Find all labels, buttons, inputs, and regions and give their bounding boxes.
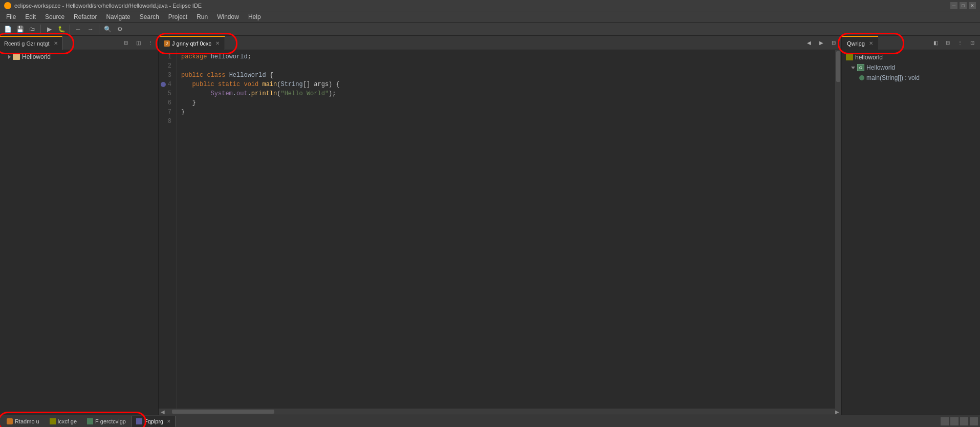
right-panel: Qwrlpg ✕ ◧ ⊟ ⋮ ⊡ helloworld C Helloworld	[842, 36, 980, 415]
toolbar-forward[interactable]: →	[85, 24, 96, 35]
outline-icon-2[interactable]: ⊟	[942, 37, 953, 49]
status-icon-4	[970, 417, 978, 425]
left-panel: Rcenti g Gzr nqtgt ✕ ⊟ ◫ ⋮ Helloworld	[0, 36, 159, 415]
editor-icon-menu[interactable]: ⊟	[828, 37, 839, 49]
outline-tab[interactable]: Qwrlpg ✕	[842, 36, 878, 50]
toolbar-new[interactable]: 📄	[2, 24, 13, 35]
code-line-3: public class Helloworld {	[181, 71, 831, 80]
bottom-tab-3[interactable]: F gerctcvlgp	[82, 416, 130, 427]
line-num-3: 3	[159, 71, 175, 80]
maximize-button[interactable]: □	[960, 2, 967, 9]
editor-tab-close[interactable]: ✕	[215, 40, 220, 46]
tree-expand-icon	[8, 55, 11, 59]
menu-file[interactable]: File	[2, 12, 20, 22]
close-button[interactable]: ✕	[969, 2, 976, 9]
editor-tab-bar: J J gnny qtrf 0cxc ✕ ◀ ▶ ⊟	[159, 36, 841, 50]
bottom-bar: Rtadmo u lcxcf ge F gerctcvlgp Fqplprg ✕	[0, 415, 980, 427]
code-line-8	[181, 117, 831, 126]
code-content[interactable]: package helloworld; public class Hellowo…	[177, 50, 835, 409]
left-panel-content: Helloworld	[0, 50, 158, 415]
tree-item-helloworld[interactable]: Helloworld	[0, 52, 158, 61]
package-icon	[846, 54, 853, 60]
left-panel-icon-2[interactable]: ◫	[133, 37, 144, 49]
code-line-7: }	[181, 108, 831, 117]
bottom-tab-1[interactable]: Rtadmo u	[2, 416, 44, 427]
outline-content: helloworld C Helloworld main(String[]) :…	[842, 50, 980, 415]
outline-package-item[interactable]: helloworld	[846, 52, 976, 62]
line-num-5: 5	[159, 89, 175, 98]
code-line-5: System.out.println("Hello World");	[181, 89, 831, 98]
toolbar-save-all[interactable]: 🗂	[27, 24, 38, 35]
toolbar-search[interactable]: 🔍	[102, 24, 113, 35]
outline-icon-4[interactable]: ⊡	[967, 37, 978, 49]
toolbar-sep-3	[99, 25, 99, 34]
toolbar-options[interactable]: ⚙	[114, 24, 125, 35]
status-icon-1	[941, 417, 949, 425]
outline-method-label: main(String[]) : void	[866, 74, 920, 81]
menu-search[interactable]: Search	[136, 12, 163, 22]
line-num-7: 7	[159, 108, 175, 117]
toolbar-save[interactable]: 💾	[14, 24, 26, 35]
menu-project[interactable]: Project	[164, 12, 191, 22]
editor-tab-icons: ◀ ▶ ⊟	[803, 37, 841, 49]
toolbar-debug[interactable]: 🐛	[56, 24, 67, 35]
outline-method-item[interactable]: main(String[]) : void	[859, 73, 976, 83]
editor-icon-next[interactable]: ▶	[816, 37, 827, 49]
menu-source[interactable]: Source	[41, 12, 69, 22]
class-icon: C	[857, 64, 864, 71]
code-editor[interactable]: 1 2 3 4 5 6 7 8 package helloworld; publ…	[159, 50, 841, 409]
bottom-right-icons	[941, 417, 978, 425]
menu-help[interactable]: Help	[244, 12, 265, 22]
bottom-tab-1-label: Rtadmo u	[15, 418, 39, 424]
breakpoint-icon	[161, 82, 166, 87]
left-panel-icon-1[interactable]: ⊟	[120, 37, 132, 49]
left-panel-tab[interactable]: Rcenti g Gzr nqtgt ✕	[0, 36, 62, 50]
outline-tab-close[interactable]: ✕	[869, 40, 873, 46]
bottom-tab-4-close[interactable]: ✕	[167, 419, 171, 424]
title-bar: eclipse-workspace - Helloworld/src/hello…	[0, 0, 980, 11]
title-bar-controls[interactable]: ─ □ ✕	[950, 2, 976, 9]
menu-edit[interactable]: Edit	[21, 12, 40, 22]
toolbar-run[interactable]: ▶	[43, 24, 55, 35]
toolbar-back[interactable]: ←	[73, 24, 84, 35]
left-panel-tab-label: Rcenti g Gzr nqtgt	[4, 40, 50, 47]
line-num-1: 1	[159, 52, 175, 61]
minimize-button[interactable]: ─	[950, 2, 957, 9]
editor-tab-helloworld[interactable]: J J gnny qtrf 0cxc ✕	[159, 36, 225, 50]
left-panel-icon-3[interactable]: ⋮	[145, 37, 156, 49]
outline-class-item[interactable]: C Helloworld	[851, 62, 976, 73]
line-num-4: 4	[159, 80, 175, 89]
bottom-tab-2-icon	[50, 418, 56, 424]
java-file-icon: J	[164, 40, 170, 47]
outline-tab-label: Qwrlpg	[847, 40, 865, 47]
scroll-right[interactable]: ▶	[833, 409, 841, 415]
left-panel-tab-close[interactable]: ✕	[54, 40, 58, 46]
editor-icon-prev[interactable]: ◀	[803, 37, 815, 49]
bottom-tab-3-icon	[87, 418, 93, 424]
outline-package-label: helloworld	[855, 54, 883, 61]
line-num-8: 8	[159, 117, 175, 126]
outline-icon-1[interactable]: ◧	[930, 37, 941, 49]
toolbar-sep-1	[40, 25, 41, 34]
line-num-6: 6	[159, 98, 175, 108]
code-line-1: package helloworld;	[181, 52, 831, 61]
left-panel-tab-bar: Rcenti g Gzr nqtgt ✕ ⊟ ◫ ⋮	[0, 36, 158, 50]
line-numbers: 1 2 3 4 5 6 7 8	[159, 50, 177, 409]
bottom-tab-4[interactable]: Fqplprg ✕	[132, 416, 176, 427]
bottom-tabs-container: Rtadmo u lcxcf ge F gerctcvlgp Fqplprg ✕	[2, 416, 176, 427]
method-icon	[859, 75, 864, 80]
editor-scrollbar-v[interactable]	[835, 50, 841, 409]
menu-refactor[interactable]: Refactor	[70, 12, 101, 22]
outline-icon-3[interactable]: ⋮	[954, 37, 966, 49]
bottom-tab-2[interactable]: lcxcf ge	[45, 416, 81, 427]
menu-run[interactable]: Run	[192, 12, 212, 22]
scroll-left[interactable]: ◀	[159, 409, 167, 415]
outline-class-label: Helloworld	[866, 64, 895, 71]
menu-window[interactable]: Window	[213, 12, 243, 22]
center-panel: J J gnny qtrf 0cxc ✕ ◀ ▶ ⊟ 1 2 3 4 5 6 7…	[159, 36, 842, 415]
editor-scrollbar-h[interactable]: ◀ ▶	[159, 409, 841, 415]
status-icon-2	[950, 417, 959, 425]
toolbar: 📄 💾 🗂 ▶ 🐛 ← → 🔍 ⚙	[0, 23, 980, 36]
scrollbar-thumb[interactable]	[172, 410, 274, 414]
menu-navigate[interactable]: Navigate	[102, 12, 134, 22]
